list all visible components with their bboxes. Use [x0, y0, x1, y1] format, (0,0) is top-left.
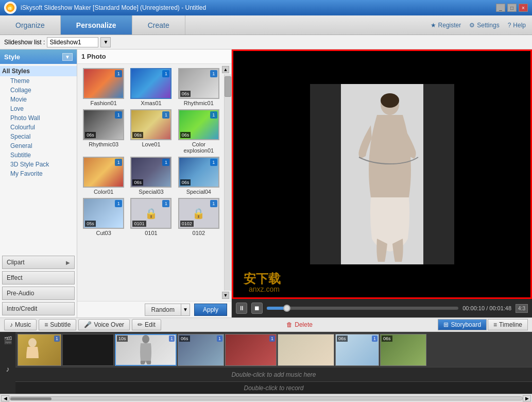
style-thumb-rhythmic01: 06s 1 [178, 68, 219, 99]
style-item-xmas01[interactable]: 1 Xmas01 [129, 68, 173, 106]
pre-audio-label: Pre-Audio [7, 290, 34, 297]
rhythmic03-badge: 1 [115, 111, 122, 119]
0101-label: 0101 [145, 230, 157, 236]
topnav: Organize Personalize Create ★ Register ⚙… [0, 15, 532, 35]
tab-subtitle[interactable]: ≡ Subtitle [39, 319, 76, 330]
style-item-rhythmic01[interactable]: 06s 1 Rhythmic01 [177, 68, 221, 106]
settings-action[interactable]: ⚙ Settings [469, 22, 499, 29]
delete-tab[interactable]: 🗑 Delete [281, 320, 318, 329]
special04-time: 06s [180, 179, 191, 186]
effect-button[interactable]: Effect [2, 271, 75, 284]
tree-item-colourful[interactable]: Colourful [0, 123, 77, 132]
style-item-colorexplosion01[interactable]: 06s 1 Color explosion01 [177, 109, 221, 154]
style-item-color01[interactable]: 1 Color01 [81, 157, 126, 195]
slideshow-dropdown-button[interactable]: ▼ [100, 37, 111, 47]
style-item-love01[interactable]: 06s 1 Love01 [129, 109, 173, 154]
tab-music[interactable]: ♪ Music [4, 319, 37, 330]
tree-item-photo-wall[interactable]: Photo Wall [0, 113, 77, 123]
close-button[interactable]: × [519, 4, 528, 12]
xmas01-label: Xmas01 [141, 100, 161, 106]
style-thumb-cut03: 05s 1 [83, 198, 124, 229]
style-item-0101[interactable]: 🔒 0101 1 0101 [129, 198, 173, 236]
tree-item-special[interactable]: Special [0, 132, 77, 141]
timeline-clips-row[interactable]: 1 0:00:08 [15, 332, 532, 367]
bottomtabs: ♪ Music ≡ Subtitle 🎤 Voice Over ✏ Edit 🗑… [0, 317, 532, 332]
progress-thumb[interactable] [283, 305, 290, 312]
delete-icon: 🗑 [286, 321, 293, 328]
tree-item-all-styles[interactable]: All Styles [0, 66, 77, 76]
svg-point-5 [381, 93, 399, 108]
scroll-up-button[interactable]: ▲ [222, 66, 229, 73]
tree-item-theme[interactable]: Theme [0, 76, 77, 86]
maximize-button[interactable]: □ [507, 4, 517, 12]
clip-2[interactable] [62, 334, 114, 366]
tab-organize[interactable]: Organize [0, 15, 61, 35]
clip-7[interactable]: 1 06s 0:00:06 [335, 334, 379, 367]
slideshow-input[interactable] [47, 37, 98, 47]
tree-item-general[interactable]: General [0, 141, 77, 150]
style-thumb-xmas01: 1 [130, 68, 171, 99]
clip-3[interactable]: 1 10s 0:00:10 [115, 334, 177, 367]
clip-3-badge: 1 [169, 336, 175, 342]
style-item-special04[interactable]: 06s 1 Special04 [177, 157, 221, 195]
tree-item-my-favorite[interactable]: My Favorite [0, 169, 77, 178]
style-thumb-love01: 06s 1 [130, 109, 171, 140]
intro-credit-button[interactable]: Intro/Credit [2, 302, 75, 315]
pause-button[interactable]: ⏸ [236, 303, 247, 314]
0101-badge: 1 [162, 200, 169, 207]
style-item-0102[interactable]: 🔒 0102 1 0102 [177, 198, 221, 236]
timeline-view-tab[interactable]: ≡ Timeline [488, 319, 528, 330]
register-action[interactable]: ★ Register [431, 22, 461, 29]
preview-area: 安下载 anxz.com [232, 49, 532, 299]
storyboard-view-tab[interactable]: ⊞ Storyboard [438, 319, 487, 330]
scrollbar-track[interactable] [224, 74, 231, 291]
tree-item-3d-style[interactable]: 3D Style Pack [0, 160, 77, 169]
apply-button[interactable]: Apply [194, 304, 227, 316]
style-item-fashion01[interactable]: 1 Fashion01 [81, 68, 126, 106]
tree-item-love[interactable]: Love [0, 104, 77, 113]
style-item-cut03[interactable]: 05s 1 Cut03 [81, 198, 126, 236]
clipart-button[interactable]: Clipart ▶ [2, 256, 75, 269]
clip-1[interactable]: 1 0:00:08 [18, 334, 61, 367]
titlebar-controls[interactable]: _ □ × [496, 4, 528, 12]
hscroll-right-button[interactable]: ▶ [523, 395, 531, 401]
storyboard-icon: ⊞ [443, 321, 449, 328]
tree-item-collage[interactable]: Collage [0, 86, 77, 95]
scrollbar-thumb[interactable] [225, 76, 231, 97]
hscroll-track[interactable] [9, 396, 523, 400]
voice-row[interactable]: Double-click to record [15, 381, 532, 394]
hscroll-left-button[interactable]: ◀ [1, 395, 9, 401]
tree-item-subtitle[interactable]: Subtitle [0, 150, 77, 160]
tab-edit[interactable]: ✏ Edit [132, 319, 161, 330]
stop-button[interactable]: ⏹ [251, 303, 263, 314]
help-action[interactable]: ? Help [508, 22, 526, 29]
style-item-rhythmic03[interactable]: 06s 1 Rhythmic03 [81, 109, 126, 154]
cut03-label: Cut03 [96, 230, 111, 236]
tree-item-movie[interactable]: Movie [0, 95, 77, 104]
clip-5[interactable]: 1 0:00:10 [225, 334, 277, 367]
tab-create[interactable]: Create [132, 15, 185, 35]
clip-4-duration: 06s [179, 336, 190, 342]
style-label: Style [4, 53, 20, 61]
random-button[interactable]: Random [145, 304, 181, 316]
music-row[interactable]: Double-click to add music here [15, 367, 532, 381]
tab-voiceover[interactable]: 🎤 Voice Over [78, 319, 130, 330]
color01-label: Color01 [94, 189, 114, 195]
special03-label: Special03 [139, 189, 163, 195]
pre-audio-button[interactable]: Pre-Audio [2, 287, 75, 300]
style-dropdown-button[interactable]: ▼ [62, 53, 73, 61]
random-arrow-button[interactable]: ▼ [181, 304, 190, 316]
love01-label: Love01 [142, 141, 160, 147]
progress-bar[interactable] [267, 307, 458, 310]
style-item-special03[interactable]: 06s 1 Special03 [129, 157, 173, 195]
edit-tab-label: Edit [145, 321, 156, 328]
tab-personalize[interactable]: Personalize [61, 15, 132, 35]
scroll-down-button[interactable]: ▼ [222, 292, 229, 299]
clip-4[interactable]: 1 06s 0:00:06 [178, 334, 224, 367]
style-header: Style ▼ [0, 49, 77, 64]
horizontal-scrollbar[interactable]: ◀ ▶ [0, 394, 532, 402]
clip-8[interactable]: 06s 0:00:06 [380, 334, 426, 367]
minimize-button[interactable]: _ [496, 4, 505, 12]
clip-6[interactable] [278, 334, 334, 366]
hscroll-thumb[interactable] [10, 397, 52, 400]
